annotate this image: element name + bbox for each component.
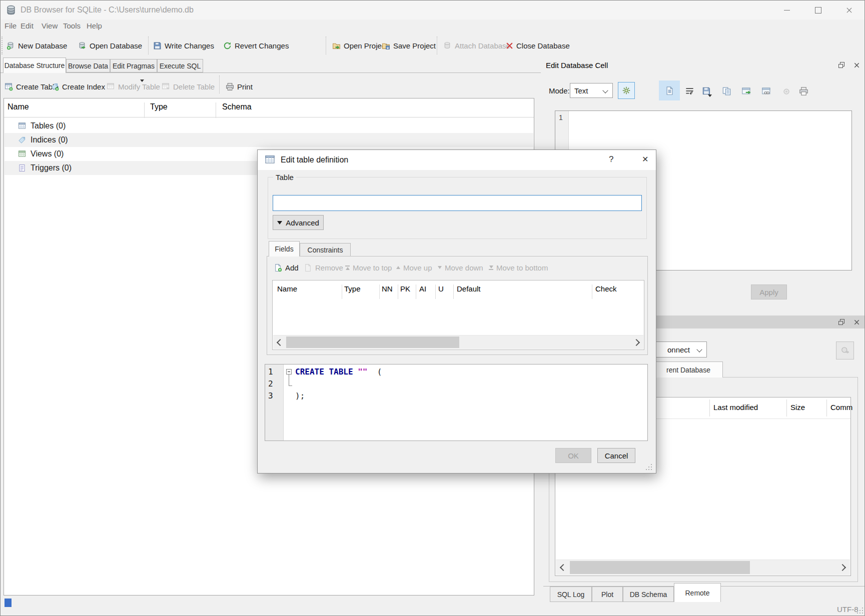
remote-float-button[interactable] <box>837 318 846 326</box>
menu-tools[interactable]: Tools <box>63 22 81 30</box>
tree-header-name[interactable]: Name <box>8 102 29 112</box>
fields-grid-hscrollbar[interactable] <box>273 335 643 349</box>
scroll-left-button[interactable] <box>273 336 285 349</box>
column-divider[interactable] <box>826 400 827 416</box>
column-divider[interactable] <box>709 400 710 416</box>
open-in-external-button[interactable] <box>739 84 754 98</box>
open-project-button[interactable]: Open Project <box>332 38 388 52</box>
tab-remote[interactable]: Remote <box>674 583 721 602</box>
window-resize-grip[interactable] <box>857 608 863 614</box>
save-project-button[interactable]: Save Project <box>382 38 436 52</box>
tree-row-views-label[interactable]: Views (0) <box>31 150 64 158</box>
table-name-input[interactable] <box>273 195 642 211</box>
advanced-toggle-button[interactable]: Advanced <box>273 215 324 230</box>
text-mode-button[interactable] <box>659 80 680 100</box>
close-button[interactable] <box>833 0 864 20</box>
column-divider[interactable] <box>342 284 342 299</box>
tree-row-triggers-label[interactable]: Triggers (0) <box>31 164 72 172</box>
column-divider[interactable] <box>144 102 145 118</box>
tab-browse-data[interactable]: Browse Data <box>66 59 110 72</box>
tab-current-database[interactable]: rent Database <box>651 362 723 378</box>
auto-switch-mode-button[interactable] <box>618 82 635 99</box>
revert-changes-button[interactable]: Revert Changes <box>223 38 289 52</box>
edit-cell-close-button[interactable] <box>852 60 861 70</box>
move-to-top-button: Move to top <box>345 261 392 274</box>
code-fold-icon[interactable] <box>286 369 292 374</box>
add-field-button[interactable]: Add <box>274 261 299 274</box>
fields-grid[interactable]: Name Type NN PK AI U Default Check <box>272 280 644 350</box>
tab-execute-sql[interactable]: Execute SQL <box>157 59 203 72</box>
column-divider[interactable] <box>416 284 416 299</box>
write-changes-button[interactable]: Write Changes <box>153 38 214 52</box>
import-dropdown-arrow[interactable] <box>708 94 712 97</box>
column-divider[interactable] <box>398 284 398 299</box>
dialog-close-button[interactable]: ✕ <box>642 154 648 164</box>
tab-constraints[interactable]: Constraints <box>300 243 351 256</box>
grid-col-type[interactable]: Type <box>344 284 361 293</box>
tree-row-tables-label[interactable]: Tables (0) <box>31 122 66 130</box>
tab-edit-pragmas-label: Edit Pragmas <box>113 62 155 70</box>
col-commit[interactable]: Comm <box>830 403 852 412</box>
encoding-status[interactable]: UTF-8 <box>837 605 858 614</box>
tab-fields[interactable]: Fields <box>269 241 300 256</box>
grid-col-name[interactable]: Name <box>277 284 297 293</box>
open-database-button[interactable]: Open Database <box>78 38 142 52</box>
tree-header-type[interactable]: Type <box>150 102 168 112</box>
menu-file[interactable]: File <box>5 22 17 30</box>
mode-select[interactable]: Text <box>570 83 613 98</box>
print-cell-button[interactable] <box>797 84 810 98</box>
minimize-button[interactable] <box>771 0 802 20</box>
column-divider[interactable] <box>379 284 380 299</box>
new-database-button[interactable]: New Database <box>7 38 67 52</box>
remote-hscrollbar[interactable] <box>556 560 850 575</box>
print-button[interactable]: Print <box>226 80 253 94</box>
column-divider[interactable] <box>786 400 787 416</box>
tab-database-structure[interactable]: Database Structure <box>3 58 66 73</box>
column-divider[interactable] <box>435 284 436 299</box>
column-divider[interactable] <box>592 284 592 299</box>
col-last-modified[interactable]: Last modified <box>713 403 758 412</box>
tab-edit-pragmas[interactable]: Edit Pragmas <box>110 59 157 72</box>
dialog-resize-grip[interactable] <box>646 464 652 470</box>
tab-db-schema[interactable]: DB Schema <box>623 586 674 602</box>
col-size[interactable]: Size <box>790 403 805 412</box>
tab-sql-log[interactable]: SQL Log <box>550 586 592 602</box>
grid-col-pk[interactable]: PK <box>400 284 410 293</box>
scroll-right-button[interactable] <box>837 560 850 575</box>
schema-tree-header[interactable]: Name Type Schema <box>4 98 534 118</box>
remote-close-button[interactable] <box>852 318 861 326</box>
tab-plot[interactable]: Plot <box>592 586 623 602</box>
create-index-button[interactable]: Create Index <box>51 80 105 94</box>
edit-cell-float-button[interactable] <box>837 60 846 70</box>
tab-remote-label: Remote <box>685 589 709 597</box>
tree-row-indices-label[interactable]: Indices (0) <box>31 136 68 144</box>
grid-col-ai[interactable]: AI <box>419 284 426 293</box>
tree-header-schema[interactable]: Schema <box>222 102 252 112</box>
scroll-left-button[interactable] <box>556 560 569 575</box>
export-data-button[interactable] <box>720 84 733 98</box>
column-divider[interactable] <box>453 284 454 299</box>
menu-help[interactable]: Help <box>87 22 102 30</box>
word-wrap-button[interactable] <box>683 84 696 98</box>
open-url-button[interactable] <box>759 84 774 98</box>
column-divider[interactable] <box>216 102 216 118</box>
scrollbar-thumb[interactable] <box>286 336 459 348</box>
grid-col-default[interactable]: Default <box>457 284 481 293</box>
grid-col-u[interactable]: U <box>438 284 444 293</box>
dialog-help-button[interactable]: ? <box>609 154 613 164</box>
close-database-button[interactable]: Close Database <box>506 38 570 52</box>
cancel-button[interactable]: Cancel <box>597 448 635 463</box>
tree-row-indices[interactable]: Indices (0) <box>5 133 533 147</box>
grid-col-nn[interactable]: NN <box>382 284 393 293</box>
modify-table-icon <box>107 82 115 91</box>
tree-row-tables[interactable]: Tables (0) <box>5 119 533 133</box>
grid-col-check[interactable]: Check <box>595 284 617 293</box>
menu-edit[interactable]: Edit <box>21 22 34 30</box>
mode-value: Text <box>574 86 588 95</box>
import-data-button[interactable] <box>700 84 713 98</box>
scroll-right-button[interactable] <box>631 336 643 349</box>
maximize-button[interactable] <box>802 0 833 20</box>
menu-view[interactable]: View <box>42 22 58 30</box>
remote-identity-select[interactable]: onnect <box>651 342 707 358</box>
scrollbar-thumb[interactable] <box>570 561 750 574</box>
